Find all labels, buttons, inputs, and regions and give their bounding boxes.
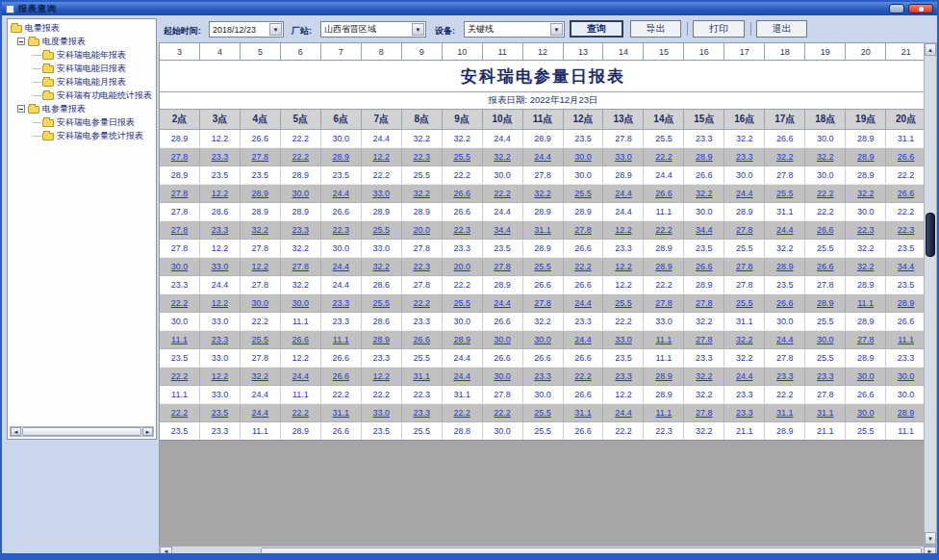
table-cell: 27.8 bbox=[241, 349, 281, 367]
table-row: 27.828.628.928.926.628.928.926.624.428.9… bbox=[160, 203, 926, 221]
scroll-right-icon[interactable]: ► bbox=[142, 427, 153, 436]
maximize-icon[interactable] bbox=[889, 4, 904, 13]
date-picker[interactable]: 2018/12/23 ▼ bbox=[209, 21, 284, 38]
table-cell: 27.8 bbox=[724, 221, 765, 239]
tree-item-安科瑞电能月报表[interactable]: 安科瑞电能月报表 bbox=[8, 75, 156, 89]
table-cell: 22.2 bbox=[281, 404, 321, 421]
table-cell: 32.2 bbox=[684, 313, 724, 330]
table-cell: 24.4 bbox=[724, 368, 765, 385]
table-cell: 24.4 bbox=[321, 185, 362, 202]
chevron-down-icon[interactable]: ▼ bbox=[269, 23, 282, 36]
table-cell: 30.0 bbox=[241, 294, 281, 312]
scroll-down-icon[interactable]: ▼ bbox=[925, 532, 936, 545]
column-number-cell: 21 bbox=[886, 43, 926, 60]
table-cell: 22.2 bbox=[765, 386, 805, 403]
table-cell: 12.2 bbox=[200, 294, 241, 312]
tree-item-电参量报表[interactable]: 电参量报表 bbox=[8, 102, 156, 115]
tree-item-安科瑞有功电能统计报表[interactable]: 安科瑞有功电能统计报表 bbox=[8, 89, 156, 102]
close-icon[interactable] bbox=[908, 4, 933, 13]
table-cell: 24.4 bbox=[483, 294, 523, 312]
hour-header-cell: 2点 bbox=[160, 110, 200, 129]
tree: 电量报表电度量报表安科瑞电能年报表安科瑞电能日报表安科瑞电能月报表安科瑞有功电能… bbox=[8, 21, 156, 142]
table-cell: 31.1 bbox=[765, 404, 805, 421]
table-cell: 23.5 bbox=[241, 166, 281, 184]
table-cell: 23.5 bbox=[603, 349, 644, 367]
table-cell: 28.9 bbox=[765, 258, 805, 275]
chevron-down-icon[interactable]: ▼ bbox=[412, 23, 424, 36]
v-scroll-thumb[interactable] bbox=[926, 213, 935, 257]
query-button[interactable]: 查询 bbox=[570, 20, 623, 38]
tree-item-电量报表[interactable]: 电量报表 bbox=[8, 21, 156, 35]
table-cell: 27.8 bbox=[483, 258, 523, 275]
tree-connector bbox=[33, 136, 41, 137]
table-row: 22.223.524.422.231.133.023.322.222.225.5… bbox=[160, 404, 926, 422]
tree-h-scroll-thumb[interactable] bbox=[22, 427, 141, 436]
folder-icon bbox=[28, 106, 39, 114]
table-cell: 25.5 bbox=[241, 331, 281, 348]
table-cell: 24.4 bbox=[523, 148, 564, 165]
collapse-icon[interactable] bbox=[17, 105, 25, 113]
table-cell: 27.8 bbox=[241, 276, 281, 293]
table-cell: 30.0 bbox=[321, 130, 362, 147]
table-cell: 27.8 bbox=[564, 221, 604, 239]
table-cell: 25.5 bbox=[362, 294, 402, 312]
h-scrollbar[interactable]: ◄ ► bbox=[159, 546, 937, 557]
table-cell: 12.2 bbox=[281, 349, 321, 367]
scroll-left-icon[interactable]: ◄ bbox=[11, 427, 21, 436]
table-cell: 27.8 bbox=[644, 294, 684, 312]
v-scrollbar[interactable]: ▲ ▼ bbox=[924, 42, 937, 546]
table-cell: 30.0 bbox=[321, 240, 362, 257]
tree-h-scrollbar[interactable]: ◄ ► bbox=[10, 426, 154, 437]
table-cell: 11.1 bbox=[160, 331, 200, 348]
table-cell: 32.2 bbox=[402, 185, 443, 202]
h-scroll-track[interactable] bbox=[172, 547, 924, 556]
table-cell: 23.3 bbox=[886, 349, 926, 367]
table-cell: 30.0 bbox=[281, 185, 321, 202]
tree-item-安科瑞电能年报表[interactable]: 安科瑞电能年报表 bbox=[8, 48, 156, 62]
table-cell: 25.5 bbox=[603, 294, 644, 312]
table-cell: 11.1 bbox=[281, 386, 321, 403]
station-select[interactable]: 山西省晋区域 ▼ bbox=[320, 21, 426, 38]
table-cell: 26.6 bbox=[321, 349, 362, 367]
table-cell: 12.2 bbox=[603, 386, 644, 403]
table-cell: 11.1 bbox=[321, 331, 362, 348]
collapse-icon[interactable] bbox=[17, 38, 25, 45]
column-number-cell: 8 bbox=[362, 43, 402, 60]
chevron-down-icon[interactable]: ▼ bbox=[550, 23, 563, 36]
table-cell: 24.4 bbox=[603, 185, 644, 202]
table-cell: 23.5 bbox=[886, 240, 926, 257]
table-cell: 27.8 bbox=[805, 386, 846, 403]
table-cell: 22.3 bbox=[443, 221, 483, 239]
table-cell: 31.1 bbox=[321, 404, 362, 421]
hour-header-cell: 20点 bbox=[886, 110, 926, 129]
table-cell: 28.9 bbox=[644, 258, 684, 275]
table-cell: 28.9 bbox=[886, 404, 926, 421]
device-select[interactable]: 关键线 ▼ bbox=[464, 21, 565, 38]
table-cell: 32.2 bbox=[281, 240, 321, 257]
print-button[interactable]: 打印 bbox=[693, 20, 745, 38]
table-cell: 25.5 bbox=[724, 294, 765, 312]
tree-item-安科瑞电参量统计报表[interactable]: 安科瑞电参量统计报表 bbox=[8, 129, 156, 142]
table-cell: 28.9 bbox=[846, 130, 886, 147]
table-cell: 26.6 bbox=[443, 185, 483, 202]
exit-button[interactable]: 退出 bbox=[756, 20, 807, 38]
table-cell: 34.4 bbox=[684, 221, 724, 239]
column-number-cell: 9 bbox=[402, 43, 443, 60]
table-cell: 22.2 bbox=[281, 148, 321, 165]
tree-item-安科瑞电参量日报表[interactable]: 安科瑞电参量日报表 bbox=[8, 115, 156, 129]
report-date: 报表日期: 2022年12月23日 bbox=[160, 92, 926, 110]
scroll-right-icon[interactable]: ► bbox=[924, 547, 936, 556]
export-button[interactable]: 导出 bbox=[630, 20, 681, 38]
table-cell: 24.4 bbox=[564, 294, 604, 312]
scroll-left-icon[interactable]: ◄ bbox=[160, 547, 172, 556]
table-cell: 25.5 bbox=[724, 240, 765, 257]
h-scroll-thumb[interactable] bbox=[261, 547, 922, 555]
scroll-up-icon[interactable]: ▲ bbox=[925, 43, 936, 56]
table-cell: 27.8 bbox=[160, 240, 200, 257]
table-cell: 28.9 bbox=[846, 349, 886, 367]
table-row: 28.923.523.528.923.522.225.522.230.027.8… bbox=[160, 166, 926, 185]
table-cell: 12.2 bbox=[603, 276, 644, 293]
tree-item-安科瑞电能日报表[interactable]: 安科瑞电能日报表 bbox=[8, 62, 156, 75]
tree-item-电度量报表[interactable]: 电度量报表 bbox=[8, 35, 156, 48]
table-cell: 22.2 bbox=[644, 221, 684, 239]
